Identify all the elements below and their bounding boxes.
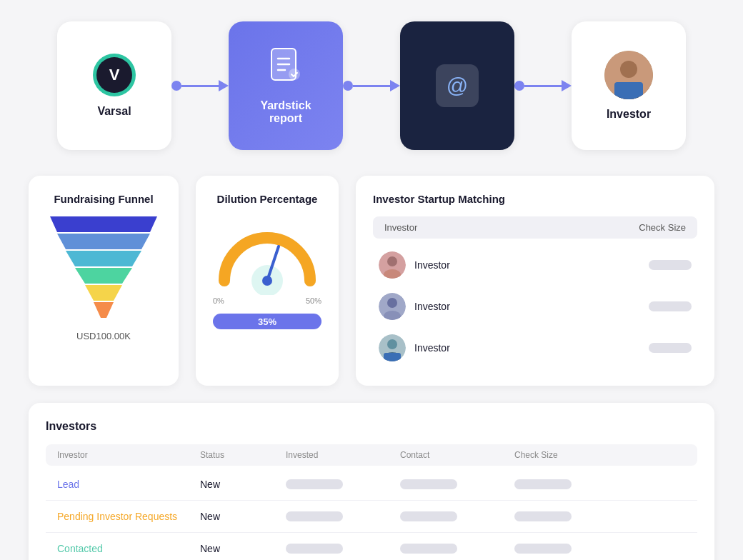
workflow: V Varsal Yardstickreport xyxy=(29,21,714,150)
investor-link-contacted[interactable]: Contacted xyxy=(57,543,200,554)
investors-table-header: Investor Status Invested Contact Check S… xyxy=(46,444,697,466)
invested-pending xyxy=(286,511,343,521)
svg-marker-9 xyxy=(66,251,141,266)
svg-point-17 xyxy=(387,256,397,266)
matching-check-size-2 xyxy=(649,301,692,311)
matching-investor-name-3: Investor xyxy=(414,342,640,354)
workflow-investor-card[interactable]: Investor xyxy=(572,21,686,150)
svg-marker-11 xyxy=(85,285,122,301)
matching-title: Investor Startup Matching xyxy=(373,193,697,205)
contact-contacted xyxy=(400,544,457,554)
varsal-inner-icon: V xyxy=(96,57,132,93)
investors-section: Investors Investor Status Invested Conta… xyxy=(29,403,714,560)
dilution-panel: Dilution Percentage 0% 50% 35% xyxy=(196,176,339,386)
col-investor: Investor xyxy=(57,450,200,460)
status-lead: New xyxy=(200,479,286,490)
connector-line-2 xyxy=(353,85,390,87)
matching-investor-row-3[interactable]: Investor xyxy=(373,327,697,369)
main-container: V Varsal Yardstickreport xyxy=(0,0,743,560)
invested-lead xyxy=(286,479,343,489)
dilution-title: Dilution Percentage xyxy=(217,193,318,205)
status-contacted: New xyxy=(200,543,286,554)
connector-arrow-2 xyxy=(390,80,400,91)
svg-point-2 xyxy=(289,69,300,80)
email-icon-wrap: @ xyxy=(436,64,479,107)
svg-rect-25 xyxy=(384,353,401,361)
gauge-container xyxy=(210,216,324,288)
matching-avatar-3 xyxy=(379,334,406,361)
check-size-pending xyxy=(514,511,572,521)
investor-link-pending[interactable]: Pending Investor Requests xyxy=(57,511,200,522)
svg-marker-8 xyxy=(57,234,150,249)
matching-col-investor: Investor xyxy=(384,222,417,233)
connector-dot-2 xyxy=(343,81,353,91)
gauge-labels: 0% 50% xyxy=(213,296,321,305)
matching-panel: Investor Startup Matching Investor Check… xyxy=(356,176,714,386)
table-row-pending: Pending Investor Requests New xyxy=(46,501,697,533)
connector-line-3 xyxy=(524,85,562,87)
investor-link-lead[interactable]: Lead xyxy=(57,479,200,490)
gauge-svg xyxy=(210,216,324,295)
matching-check-size-1 xyxy=(649,260,692,270)
check-size-lead xyxy=(514,479,572,489)
contact-lead xyxy=(400,479,457,489)
funnel-value: USD100.00K xyxy=(76,331,131,341)
connector-arrow-3 xyxy=(562,80,572,91)
matching-avatar-2 xyxy=(379,293,406,320)
matching-investor-row-2[interactable]: Investor xyxy=(373,286,697,327)
table-row-contacted: Contacted New xyxy=(46,533,697,560)
svg-rect-6 xyxy=(614,82,643,99)
svg-point-4 xyxy=(620,61,637,78)
col-status: Status xyxy=(200,450,286,460)
connector-arrow-1 xyxy=(219,80,229,91)
workflow-yardstick-card[interactable]: Yardstickreport xyxy=(229,21,343,150)
matching-investor-row-1[interactable]: Investor xyxy=(373,244,697,286)
status-pending: New xyxy=(200,511,286,522)
svg-marker-7 xyxy=(50,216,157,232)
investor-workflow-label: Investor xyxy=(607,108,651,121)
varsal-outer-icon: V xyxy=(93,54,136,96)
matching-investor-name-1: Investor xyxy=(414,259,640,271)
col-contact: Contact xyxy=(400,450,514,460)
matching-avatar-1 xyxy=(379,251,406,279)
col-check-size: Check Size xyxy=(514,450,614,460)
matching-col-check-size: Check Size xyxy=(639,222,686,233)
workflow-varsal-card[interactable]: V Varsal xyxy=(57,21,171,150)
connector-1 xyxy=(171,80,229,91)
matching-check-size-3 xyxy=(649,343,692,353)
svg-point-23 xyxy=(387,339,397,349)
middle-section: Fundraising Funnel USD100.00K xyxy=(29,176,714,386)
funnel-svg xyxy=(46,216,161,322)
connector-3 xyxy=(514,80,572,91)
matching-table-header: Investor Check Size xyxy=(373,216,697,239)
connector-2 xyxy=(343,80,400,91)
varsal-label: Varsal xyxy=(97,105,131,118)
workflow-email-card[interactable]: @ xyxy=(400,21,514,150)
svg-marker-12 xyxy=(94,302,114,318)
col-invested: Invested xyxy=(286,450,400,460)
svg-point-20 xyxy=(387,298,397,308)
yardstick-label: Yardstickreport xyxy=(260,99,311,125)
svg-marker-10 xyxy=(75,268,132,284)
investor-workflow-avatar xyxy=(604,51,653,99)
matching-investor-name-2: Investor xyxy=(414,301,640,312)
connector-dot-3 xyxy=(514,81,524,91)
doc-icon xyxy=(270,47,301,91)
funnel-title: Fundraising Funnel xyxy=(54,193,153,205)
connector-dot-1 xyxy=(171,81,181,91)
investors-table-title: Investors xyxy=(46,420,697,433)
gauge-bar: 35% xyxy=(213,314,321,329)
gauge-min-label: 0% xyxy=(213,296,224,305)
table-row-lead: Lead New xyxy=(46,469,697,501)
svg-point-15 xyxy=(262,276,272,286)
connector-line-1 xyxy=(181,85,219,87)
gauge-max-label: 50% xyxy=(306,296,321,305)
email-at-icon: @ xyxy=(447,74,468,98)
funnel-graphic xyxy=(46,216,161,322)
invested-contacted xyxy=(286,544,343,554)
check-size-contacted xyxy=(514,544,572,554)
fundraising-funnel-panel: Fundraising Funnel USD100.00K xyxy=(29,176,179,386)
contact-pending xyxy=(400,511,457,521)
